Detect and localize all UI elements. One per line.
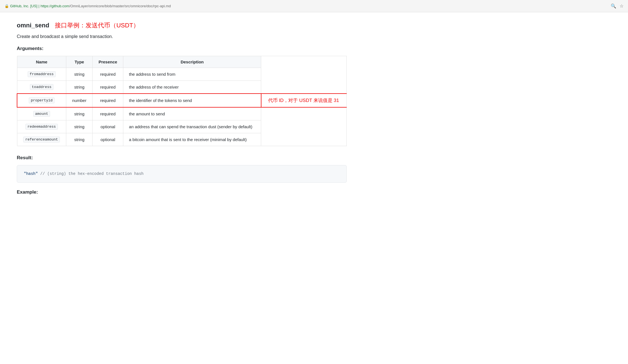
cell-name: amount — [17, 107, 66, 120]
cell-description: the address of the receiver — [123, 81, 261, 94]
col-header-type: Type — [66, 56, 93, 68]
table-row-highlighted: propertyid number required the identifie… — [17, 94, 347, 107]
example-section: Example: — [17, 189, 347, 195]
table-row: fromaddress string required the address … — [17, 68, 347, 81]
col-header-presence: Presence — [93, 56, 123, 68]
cell-description: a bitcoin amount that is sent to the rec… — [123, 133, 261, 146]
cell-type: string — [66, 81, 93, 94]
col-header-description: Description — [123, 56, 261, 68]
cell-description: an address that can spend the transactio… — [123, 120, 261, 133]
result-code-string: "hash" — [24, 172, 38, 176]
result-section: Result: "hash" // (string) the hex-encod… — [17, 155, 347, 183]
title-section: omni_send 接口举例：发送代币（USDT） — [17, 21, 347, 30]
browser-chrome: 🔒 GitHub, Inc. [US] | https://github.com… — [0, 0, 628, 12]
table-row: amount string required the amount to sen… — [17, 107, 347, 120]
cell-name: fromaddress — [17, 68, 66, 81]
cell-type: number — [66, 94, 93, 107]
col-header-name: Name — [17, 56, 66, 68]
cell-description: the amount to send — [123, 107, 261, 120]
page-content: omni_send 接口举例：发送代币（USDT） Create and bro… — [0, 12, 363, 208]
bookmark-icon[interactable]: ☆ — [620, 3, 624, 9]
cell-description: the identifier of the tokens to send — [123, 94, 261, 107]
param-name: fromaddress — [28, 71, 56, 77]
lock-icon: 🔒 — [4, 4, 9, 8]
cell-presence: required — [93, 107, 123, 120]
cell-name: toaddress — [17, 81, 66, 94]
cell-type: string — [66, 133, 93, 146]
cell-presence: required — [93, 68, 123, 81]
table-header-row: Name Type Presence Description — [17, 56, 347, 68]
cell-type: string — [66, 107, 93, 120]
table-row: redeemaddress string optional an address… — [17, 120, 347, 133]
cell-description: the address to send from — [123, 68, 261, 81]
row-annotation: 代币 ID，对于 USDT 来说值是 31 — [261, 94, 347, 107]
arguments-heading: Arguments: — [17, 46, 347, 51]
param-name: referenceamount — [23, 137, 60, 142]
cell-name: redeemaddress — [17, 120, 66, 133]
api-title: omni_send — [17, 22, 49, 29]
param-name: redeemaddress — [25, 124, 58, 130]
result-code-comment: // (string) the hex-encoded transaction … — [38, 172, 143, 176]
security-badge: 🔒 GitHub, Inc. [US] | https://github.com… — [4, 4, 171, 8]
url-full: https://github.com/OmniLayer/omnicore/bl… — [41, 4, 171, 8]
separator: | — [39, 4, 39, 8]
api-description: Create and broadcast a simple send trans… — [17, 34, 347, 39]
example-heading: Example: — [17, 189, 347, 195]
browser-actions: 🔍 ☆ — [611, 3, 624, 9]
cell-name: referenceamount — [17, 133, 66, 146]
param-name: amount — [33, 111, 50, 117]
cell-presence: optional — [93, 120, 123, 133]
url-domain: https://github.com — [41, 4, 69, 8]
search-icon[interactable]: 🔍 — [611, 3, 616, 9]
cell-type: string — [66, 68, 93, 81]
result-code-block: "hash" // (string) the hex-encoded trans… — [17, 165, 347, 183]
cell-presence: optional — [93, 133, 123, 146]
table-row: referenceamount string optional a bitcoi… — [17, 133, 347, 146]
result-heading: Result: — [17, 155, 347, 161]
param-name: toaddress — [30, 84, 53, 90]
cell-presence: required — [93, 94, 123, 107]
cell-type: string — [66, 120, 93, 133]
param-name: propertyid — [29, 97, 55, 103]
security-label: GitHub, Inc. [US] — [10, 4, 37, 8]
url-path: /OmniLayer/omnicore/blob/master/src/omni… — [69, 4, 171, 8]
table-row: toaddress string required the address of… — [17, 81, 347, 94]
title-annotation: 接口举例：发送代币（USDT） — [55, 21, 139, 30]
cell-presence: required — [93, 81, 123, 94]
arguments-table: Name Type Presence Description fromaddre… — [17, 56, 347, 146]
cell-name: propertyid — [17, 94, 66, 107]
